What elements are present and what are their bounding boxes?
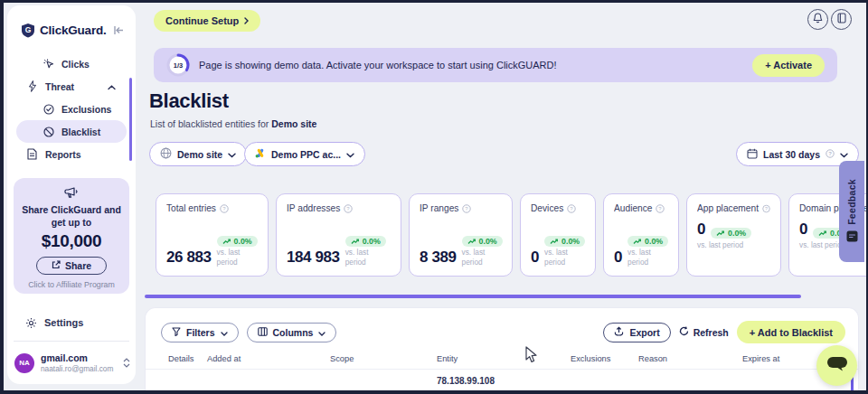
sidebar-item-threat[interactable]: Threat	[7, 75, 136, 98]
column-header-entity[interactable]: Entity	[437, 354, 571, 363]
docs-button[interactable]	[831, 9, 852, 30]
stat-value: 26 883	[166, 249, 212, 267]
svg-text:?: ?	[466, 206, 469, 211]
chevron-down-icon	[228, 149, 236, 160]
svg-text:?: ?	[765, 205, 768, 211]
trend-badge: 0.0%	[711, 228, 751, 239]
sidebar-item-clicks[interactable]: Clicks	[7, 52, 136, 75]
sidebar-item-label: Clicks	[61, 59, 90, 70]
window-frame-left	[0, 0, 4, 394]
export-button[interactable]: Export	[603, 323, 670, 342]
stat-label: Audience	[614, 203, 652, 213]
feedback-tab[interactable]: Feedback	[839, 161, 864, 262]
trend-up-icon	[716, 230, 725, 237]
share-button[interactable]: Share	[36, 257, 107, 275]
user-account[interactable]: NA gmail.com naatali.ro@gmail.com	[14, 352, 130, 373]
sidebar-item-label: Threat	[45, 81, 74, 92]
info-icon: ?	[567, 204, 576, 213]
notifications-button[interactable]	[807, 9, 828, 30]
column-header-scope[interactable]: Scope	[330, 354, 437, 363]
site-selector-dropdown[interactable]: Demo site	[149, 142, 247, 166]
row-entity: 78.138.99.108	[437, 376, 571, 386]
stat-value: 0	[799, 220, 807, 239]
table-header: Details Added at Scope Entity Exclusions…	[146, 354, 858, 370]
affiliate-program-link[interactable]: Click to Affiliate Program	[21, 280, 122, 289]
info-icon: ?	[656, 204, 665, 213]
affiliate-promo-card: Share ClickGuard and get up to $10,000 S…	[14, 178, 129, 294]
trend-badge: 0.0%	[345, 236, 386, 247]
stat-cards-scroller[interactable]: Total entries? 26 883 0.0% vs. last peri…	[156, 193, 866, 284]
stat-cards-row: Total entries? 26 883 0.0% vs. last peri…	[156, 193, 866, 277]
stat-label: Devices	[531, 203, 563, 213]
trend-up-icon	[633, 239, 642, 245]
add-to-blacklist-button[interactable]: + Add to Blacklist	[737, 321, 845, 343]
stat-subtext: vs. last period	[697, 240, 770, 249]
bell-icon	[813, 13, 823, 26]
brand-name: ClickGuard.	[40, 23, 107, 37]
blacklist-table-panel: Filters Columns Export Refresh	[145, 307, 859, 394]
stat-subtext: vs. last period	[345, 248, 385, 267]
svg-text:?: ?	[222, 206, 226, 211]
stat-subtext: vs. last period	[544, 248, 584, 267]
table-row[interactable]: 78.138.99.108	[146, 370, 858, 386]
column-header-reason[interactable]: Reason	[638, 354, 742, 363]
column-header-added-at[interactable]: Added at	[207, 354, 330, 363]
threat-lightning-icon	[26, 80, 38, 92]
sidebar-collapse-icon[interactable]	[113, 25, 125, 35]
logo-row: G ClickGuard.	[7, 5, 136, 38]
feedback-label: Feedback	[846, 179, 857, 225]
chevron-down-icon	[346, 149, 354, 160]
sidebar-item-label: Blacklist	[61, 127, 100, 137]
stat-value: 184 983	[287, 249, 340, 267]
chevron-right-icon	[244, 15, 249, 26]
chevron-down-icon	[221, 327, 228, 338]
sidebar: G ClickGuard. Clicks Threat Excl	[7, 5, 136, 384]
stat-label: IP addresses	[287, 203, 340, 213]
refresh-button[interactable]: Refresh	[679, 326, 729, 338]
sidebar-item-blacklist-active[interactable]: Blacklist	[16, 120, 127, 143]
activate-button[interactable]: + Activate	[752, 54, 825, 77]
column-header-details[interactable]: Details	[168, 354, 207, 363]
promo-amount: $10,000	[21, 231, 122, 251]
stat-card-devices: Devices? 0 0.0% vs. last period	[520, 193, 596, 277]
stat-card-ip-addresses: IP addresses? 184 983 0.0% vs. last peri…	[276, 193, 401, 277]
calendar-icon	[747, 148, 758, 161]
chat-bubble-icon	[826, 355, 848, 376]
info-icon: ?	[462, 204, 471, 213]
columns-dropdown[interactable]: Columns	[247, 323, 337, 342]
info-icon: ?	[344, 204, 353, 213]
google-ads-icon	[255, 148, 266, 160]
stat-card-audience: Audience? 0 0.0% vs. last period	[603, 193, 679, 277]
filters-dropdown[interactable]: Filters	[161, 323, 239, 342]
page-subtitle-site: Demo site	[271, 118, 316, 129]
continue-setup-button[interactable]: Continue Setup	[154, 10, 260, 32]
sidebar-scrollbar[interactable]	[129, 78, 132, 161]
svg-text:?: ?	[347, 206, 351, 211]
column-header-exclusions[interactable]: Exclusions	[571, 354, 638, 363]
sidebar-item-reports[interactable]: Reports	[7, 143, 136, 165]
horizontal-scrollbar[interactable]	[145, 295, 801, 298]
stat-value: 0	[531, 249, 539, 267]
chat-launcher-button[interactable]	[816, 345, 857, 386]
chevron-up-icon[interactable]	[108, 81, 116, 92]
user-name: gmail.com	[41, 352, 113, 364]
export-icon	[614, 326, 624, 338]
stat-value: 0	[614, 249, 622, 267]
account-switcher-icon[interactable]	[123, 358, 130, 368]
user-meta: gmail.com naatali.ro@gmail.com	[41, 352, 113, 373]
sidebar-item-settings[interactable]: Settings	[7, 312, 136, 333]
stat-subtext: vs. last period	[217, 248, 257, 267]
page-subtitle-text: List of blacklisted entities for	[150, 118, 271, 129]
sidebar-item-exclusions[interactable]: Exclusions	[7, 98, 136, 120]
trend-badge: 0.0%	[627, 236, 668, 247]
stat-subtext: vs. last period	[462, 248, 502, 267]
svg-text:?: ?	[828, 151, 832, 156]
banner-message: Page is showing demo data. Activate your…	[199, 60, 557, 70]
ppc-account-selector-dropdown[interactable]: Demo PPC ac...	[244, 142, 365, 166]
trend-up-icon	[818, 230, 827, 237]
stat-card-total-entries: Total entries? 26 883 0.0% vs. last peri…	[156, 193, 269, 277]
window-frame-top	[0, 0, 868, 3]
feedback-chat-icon	[846, 230, 858, 244]
blacklist-block-icon	[42, 127, 54, 137]
trend-up-icon	[222, 239, 231, 245]
